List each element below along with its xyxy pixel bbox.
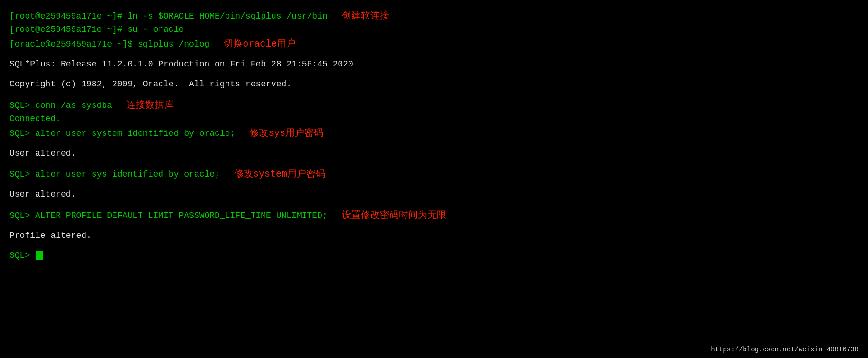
terminal-line-21: Profile altered. [9, 229, 859, 243]
line-19-content: SQL> ALTER PROFILE DEFAULT LIMIT PASSWOR… [9, 209, 328, 223]
sql-command-4: ALTER PROFILE DEFAULT LIMIT PASSWORD_LIF… [35, 211, 328, 220]
spacer-8 [9, 223, 859, 229]
user-altered-1: User altered. [9, 147, 859, 160]
spacer-7 [9, 201, 859, 208]
terminal-line-10: Connected. [9, 113, 859, 126]
terminal-line-7: Copyright (c) 1982, 2009, Oracle. All ri… [9, 78, 859, 91]
profile-altered: Profile altered. [9, 229, 859, 243]
terminal-line-19: SQL> ALTER PROFILE DEFAULT LIMIT PASSWOR… [9, 208, 859, 223]
annotation-15: 修改system用户密码 [234, 167, 325, 181]
sql-prompt-4: SQL> [9, 211, 35, 220]
connected-output: Connected. [9, 113, 859, 126]
terminal: [root@e259459a171e ~]# ln -s $ORACLE_HOM… [0, 0, 868, 267]
terminal-line-11: SQL> alter user system identified by ora… [9, 126, 859, 141]
sql-command-1: conn /as sysdba [35, 101, 112, 110]
footer-link: https://blog.csdn.net/weixin_40816738 [711, 346, 859, 353]
spacer-1 [9, 51, 859, 58]
terminal-line-23: SQL> [9, 249, 859, 263]
sql-command-3: alter user sys identified by oracle; [35, 170, 220, 179]
spacer-4 [9, 141, 859, 147]
sql-prompt-2: SQL> [9, 129, 35, 138]
command-2: su - oracle [127, 25, 184, 34]
terminal-line-13: User altered. [9, 147, 859, 160]
sql-prompt-final: SQL> [9, 251, 35, 260]
terminal-line-1: [root@e259459a171e ~]# ln -s $ORACLE_HOM… [9, 9, 859, 23]
command-1: ln -s $ORACLE_HOME/bin/sqlplus /usr/bin [127, 11, 327, 21]
user-altered-2: User altered. [9, 188, 859, 201]
terminal-line-15: SQL> alter user sys identified by oracle… [9, 167, 859, 181]
spacer-6 [9, 181, 859, 188]
terminal-line-5: SQL*Plus: Release 11.2.0.1.0 Production … [9, 58, 859, 71]
terminal-line-2: [root@e259459a171e ~]# su - oracle [9, 23, 859, 37]
sql-prompt-1: SQL> [9, 101, 35, 110]
prompt-3: [oracle@e259459a171e ~]$ [9, 39, 138, 49]
annotation-9: 连接数据库 [126, 98, 174, 113]
terminal-line-17: User altered. [9, 188, 859, 201]
terminal-line-3: [oracle@e259459a171e ~]$ sqlplus /nolog … [9, 37, 859, 51]
annotation-11: 修改sys用户密码 [249, 126, 323, 141]
annotation-19: 设置修改密码时间为无限 [342, 208, 446, 223]
copyright-line: Copyright (c) 1982, 2009, Oracle. All ri… [9, 78, 859, 91]
line-9-content: SQL> conn /as sysdba [9, 99, 112, 113]
sqlplus-version: SQL*Plus: Release 11.2.0.1.0 Production … [9, 58, 859, 71]
command-3: sqlplus /nolog [138, 39, 209, 49]
line-2-content: [root@e259459a171e ~]# su - oracle [9, 23, 184, 37]
prompt-2: [root@e259459a171e ~]# [9, 25, 127, 34]
spacer-3 [9, 91, 859, 98]
line-3-content: [oracle@e259459a171e ~]$ sqlplus /nolog [9, 38, 209, 51]
cursor-block [36, 251, 43, 260]
line-15-content: SQL> alter user sys identified by oracle… [9, 168, 220, 181]
terminal-line-9: SQL> conn /as sysdba 连接数据库 [9, 98, 859, 113]
line-1-content: [root@e259459a171e ~]# ln -s $ORACLE_HOM… [9, 10, 328, 23]
spacer-9 [9, 243, 859, 249]
sql-prompt-3: SQL> [9, 170, 35, 179]
prompt-1: [root@e259459a171e ~]# [9, 11, 127, 21]
annotation-3: 切换oracle用户 [224, 37, 296, 51]
spacer-5 [9, 160, 859, 167]
annotation-1: 创建软连接 [342, 9, 389, 23]
line-11-content: SQL> alter user system identified by ora… [9, 127, 235, 141]
spacer-2 [9, 71, 859, 78]
sql-command-2: alter user system identified by oracle; [35, 129, 235, 138]
